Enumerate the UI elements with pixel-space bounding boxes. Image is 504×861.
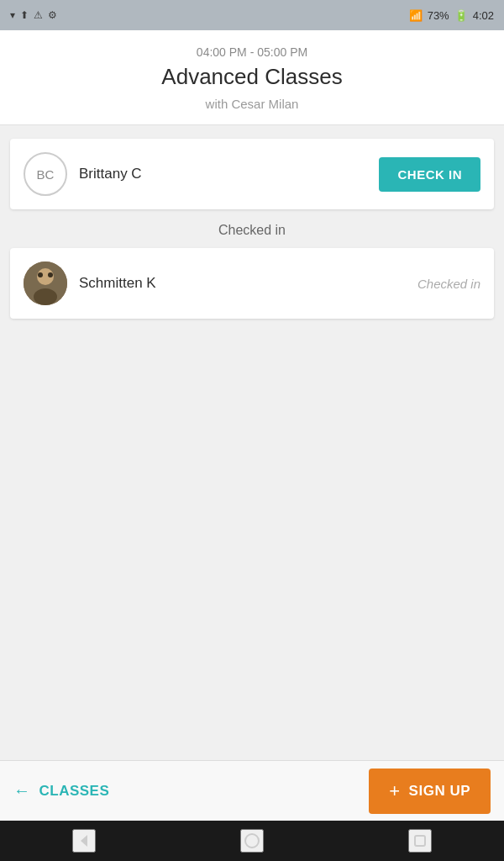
signup-label: SIGN UP [409, 783, 470, 800]
attendee-row: BC Brittany C CHECK IN [10, 139, 494, 209]
status-right: 📶 73% 🔋 4:02 [409, 9, 494, 22]
main-content: 04:00 PM - 05:00 PM Advanced Classes wit… [0, 30, 504, 821]
svg-rect-7 [415, 836, 425, 846]
header: 04:00 PM - 05:00 PM Advanced Classes wit… [0, 30, 504, 125]
class-instructor: with Cesar Milan [17, 97, 487, 111]
svg-point-2 [34, 288, 57, 305]
checked-in-attendee-card: Schmitten K Checked in [10, 248, 494, 319]
recents-nav-button[interactable] [408, 829, 432, 853]
avatar-initials-text: BC [37, 167, 55, 182]
classes-button[interactable]: ← CLASSES [13, 781, 109, 800]
home-nav-button[interactable] [240, 829, 264, 853]
checked-in-name: Schmitten K [79, 275, 406, 292]
android-nav-bar [0, 821, 504, 861]
back-arrow-icon: ← [13, 781, 31, 800]
plus-icon: + [389, 780, 400, 802]
battery-percent: 73% [428, 9, 449, 22]
class-time-range: 04:00 PM - 05:00 PM [17, 45, 487, 59]
warning-icon: ⚠ [34, 9, 43, 21]
battery-icon: 🔋 [454, 9, 468, 22]
checked-in-section-label: Checked in [10, 223, 494, 238]
attendee-name: Brittany C [79, 166, 367, 182]
checked-in-row: Schmitten K Checked in [10, 248, 494, 319]
status-bar: ▾ ⬆ ⚠ ⚙ 📶 73% 🔋 4:02 [0, 0, 504, 30]
check-in-button[interactable]: CHECK IN [379, 157, 480, 192]
settings-icon: ⚙ [48, 9, 57, 21]
signal2-icon: ⬆ [20, 9, 29, 21]
back-nav-button[interactable] [72, 829, 96, 853]
avatar-image [24, 261, 67, 305]
scroll-area: BC Brittany C CHECK IN Checked in [0, 125, 504, 760]
class-title: Advanced Classes [17, 64, 487, 90]
classes-label: CLASSES [39, 783, 110, 800]
avatar: BC [24, 152, 67, 196]
svg-point-6 [245, 834, 259, 848]
pending-attendee-card: BC Brittany C CHECK IN [10, 139, 494, 209]
bottom-nav: ← CLASSES + SIGN UP [0, 760, 504, 821]
status-icons-left: ▾ ⬆ ⚠ ⚙ [10, 9, 57, 21]
clock: 4:02 [473, 9, 494, 22]
svg-point-4 [48, 272, 53, 277]
checked-in-status: Checked in [417, 277, 480, 291]
svg-point-3 [38, 272, 43, 277]
svg-marker-5 [81, 835, 87, 847]
wifi-icon: 📶 [409, 9, 423, 22]
signup-button[interactable]: + SIGN UP [369, 769, 491, 814]
signal-icon: ▾ [10, 9, 15, 21]
